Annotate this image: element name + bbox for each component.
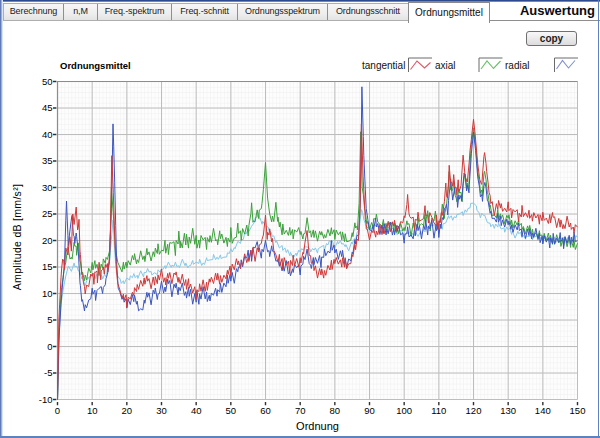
svg-text:10: 10 — [42, 288, 53, 299]
svg-text:150: 150 — [570, 405, 586, 416]
svg-text:50: 50 — [42, 76, 53, 87]
svg-text:10: 10 — [87, 405, 98, 416]
svg-text:40: 40 — [42, 129, 53, 140]
svg-text:45: 45 — [42, 102, 53, 113]
svg-text:0: 0 — [47, 341, 52, 352]
svg-text:110: 110 — [431, 405, 446, 416]
svg-text:20: 20 — [122, 405, 133, 416]
svg-text:80: 80 — [330, 405, 341, 416]
svg-text:60: 60 — [260, 405, 271, 416]
svg-text:70: 70 — [295, 405, 306, 416]
svg-text:Ordnung: Ordnung — [296, 420, 339, 432]
svg-text:30: 30 — [42, 182, 53, 193]
svg-text:140: 140 — [535, 405, 551, 416]
svg-text:-5: -5 — [44, 367, 52, 378]
svg-text:130: 130 — [500, 405, 516, 416]
svg-text:100: 100 — [396, 405, 412, 416]
svg-text:50: 50 — [226, 405, 237, 416]
svg-text:90: 90 — [364, 405, 375, 416]
svg-text:25: 25 — [42, 208, 53, 219]
svg-text:120: 120 — [466, 405, 482, 416]
svg-text:35: 35 — [42, 155, 53, 166]
svg-text:30: 30 — [156, 405, 167, 416]
svg-text:20: 20 — [42, 235, 53, 246]
svg-text:40: 40 — [191, 405, 202, 416]
svg-text:0: 0 — [55, 405, 60, 416]
svg-text:5: 5 — [47, 314, 52, 325]
svg-text:-10: -10 — [39, 394, 53, 405]
svg-text:Amplitude dB [mm/s²]: Amplitude dB [mm/s²] — [11, 184, 23, 290]
svg-text:15: 15 — [42, 261, 53, 272]
